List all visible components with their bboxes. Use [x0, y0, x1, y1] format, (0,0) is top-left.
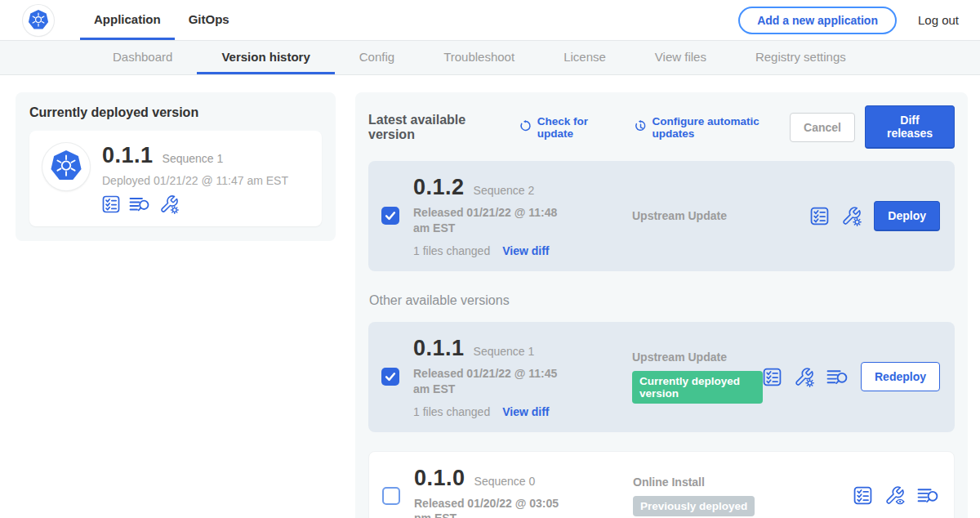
app-logo-icon	[42, 143, 90, 190]
version-source: Online Install	[633, 476, 853, 489]
latest-version-title: Latest available version	[368, 113, 503, 142]
release-notes-icon[interactable]	[853, 486, 872, 505]
currently-deployed-title: Currently deployed version	[29, 105, 322, 120]
previously-deployed-badge: Previously deployed	[633, 496, 755, 516]
version-checkbox-0-1-2[interactable]	[381, 207, 399, 225]
version-sequence: Sequence 2	[474, 184, 535, 197]
diff-releases-button[interactable]: Diff releases	[865, 105, 955, 149]
version-sequence: Sequence 1	[474, 345, 535, 358]
subnav-tab-config[interactable]: Config	[335, 41, 419, 74]
version-history-panel: Latest available version Check for updat…	[355, 92, 968, 518]
version-row-0-1-1: 0.1.1 Sequence 1 Released 01/21/22 @ 11:…	[368, 322, 955, 432]
view-diff-link[interactable]: View diff	[502, 244, 549, 257]
version-info: 0.1.2 Sequence 2 Released 01/21/22 @ 11:…	[413, 175, 586, 257]
deploy-button[interactable]: Deploy	[874, 201, 940, 231]
version-info: 0.1.0 Sequence 0 Released 01/20/22 @ 03:…	[414, 466, 587, 518]
view-files-icon[interactable]	[917, 486, 939, 505]
check-for-update-link[interactable]: Check for update	[519, 115, 618, 140]
edit-config-icon[interactable]	[841, 206, 862, 226]
version-number: 0.1.2	[413, 175, 465, 200]
release-notes-icon[interactable]	[763, 368, 782, 386]
deployed-version-actions	[102, 194, 288, 214]
cancel-button[interactable]: Cancel	[790, 113, 855, 142]
released-timestamp: Released 01/21/22 @ 11:45 am EST	[413, 366, 573, 397]
files-changed-label: 1 files changed	[413, 405, 490, 418]
version-sequence: Sequence 0	[474, 475, 536, 488]
version-row-0-1-2: 0.1.2 Sequence 2 Released 01/21/22 @ 11:…	[368, 161, 955, 271]
refresh-icon	[519, 120, 532, 134]
tab-application-label: Application	[94, 12, 161, 26]
release-notes-icon[interactable]	[102, 195, 120, 213]
view-files-icon[interactable]	[129, 195, 150, 213]
top-nav-spacer	[243, 0, 738, 40]
view-files-icon[interactable]	[826, 368, 849, 386]
version-source: Upstream Update	[632, 209, 810, 222]
currently-deployed-panel: Currently deployed version 0.1.1 Sequenc…	[16, 92, 336, 241]
deployed-version-card: 0.1.1 Sequence 1 Deployed 01/21/22 @ 11:…	[29, 131, 322, 226]
tab-gitops[interactable]: GitOps	[175, 0, 243, 40]
subnav-tab-version-history[interactable]: Version history	[197, 41, 334, 74]
version-source-column: Upstream Update Currently deployed versi…	[586, 351, 763, 404]
released-timestamp: Released 01/20/22 @ 03:05 pm EST	[414, 496, 574, 518]
subnav-tab-view-files[interactable]: View files	[630, 41, 731, 74]
version-row-0-1-0: 0.1.0 Sequence 0 Released 01/20/22 @ 03:…	[368, 451, 955, 518]
add-application-button[interactable]: Add a new application	[738, 7, 897, 34]
view-config-icon[interactable]	[884, 485, 905, 506]
other-versions-title: Other available versions	[369, 293, 955, 308]
version-source: Upstream Update	[632, 351, 763, 364]
tab-gitops-label: GitOps	[189, 12, 229, 26]
tab-application[interactable]: Application	[80, 0, 175, 40]
subnav-tab-license[interactable]: License	[539, 41, 630, 74]
top-nav: Application GitOps Add a new application…	[0, 0, 980, 41]
deployed-timestamp: Deployed 01/21/22 @ 11:47 am EST	[102, 174, 288, 187]
version-checkbox-0-1-0[interactable]	[382, 487, 400, 505]
currently-deployed-badge: Currently deployed version	[632, 371, 763, 404]
released-timestamp: Released 01/21/22 @ 11:48 am EST	[413, 205, 573, 236]
main-content: Currently deployed version 0.1.1 Sequenc…	[0, 75, 980, 518]
deployed-version-sequence: Sequence 1	[163, 152, 224, 165]
view-diff-link[interactable]: View diff	[502, 405, 549, 418]
kubernetes-logo-icon	[23, 5, 54, 36]
version-actions: Deploy	[810, 201, 942, 231]
files-changed-line: 1 files changed View diff	[413, 244, 586, 257]
edit-config-icon[interactable]	[794, 367, 814, 387]
subnav-tab-registry-settings[interactable]: Registry settings	[731, 41, 871, 74]
subnav-tab-dashboard[interactable]: Dashboard	[88, 41, 197, 74]
version-info: 0.1.1 Sequence 1 Released 01/21/22 @ 11:…	[413, 336, 586, 418]
configure-automatic-updates-link[interactable]: Configure automatic updates	[634, 115, 791, 140]
version-source-column: Upstream Update	[586, 209, 810, 222]
clock-refresh-icon	[634, 120, 648, 134]
version-source-column: Online Install Previously deployed	[587, 476, 853, 516]
files-changed-label: 1 files changed	[413, 244, 490, 257]
logout-button[interactable]: Log out	[918, 0, 959, 40]
version-actions	[853, 485, 941, 506]
release-notes-icon[interactable]	[810, 207, 829, 226]
check-for-update-label: Check for update	[537, 115, 618, 140]
latest-version-header: Latest available version Check for updat…	[368, 105, 955, 149]
subnav-tab-troubleshoot[interactable]: Troubleshoot	[419, 41, 539, 74]
version-actions: Redeploy	[763, 362, 942, 391]
brand	[23, 0, 54, 40]
deployed-version-details: 0.1.1 Sequence 1 Deployed 01/21/22 @ 11:…	[102, 143, 288, 214]
deployed-version-number: 0.1.1	[102, 143, 154, 168]
edit-config-icon[interactable]	[159, 194, 179, 214]
files-changed-line: 1 files changed View diff	[413, 405, 586, 418]
version-number: 0.1.1	[413, 336, 465, 361]
app-subnav: Dashboard Version history Config Trouble…	[0, 41, 980, 75]
configure-automatic-updates-label: Configure automatic updates	[653, 115, 791, 140]
version-checkbox-0-1-1[interactable]	[381, 368, 399, 386]
version-number: 0.1.0	[414, 466, 466, 491]
row-gap	[368, 432, 955, 451]
redeploy-button[interactable]: Redeploy	[861, 362, 940, 391]
